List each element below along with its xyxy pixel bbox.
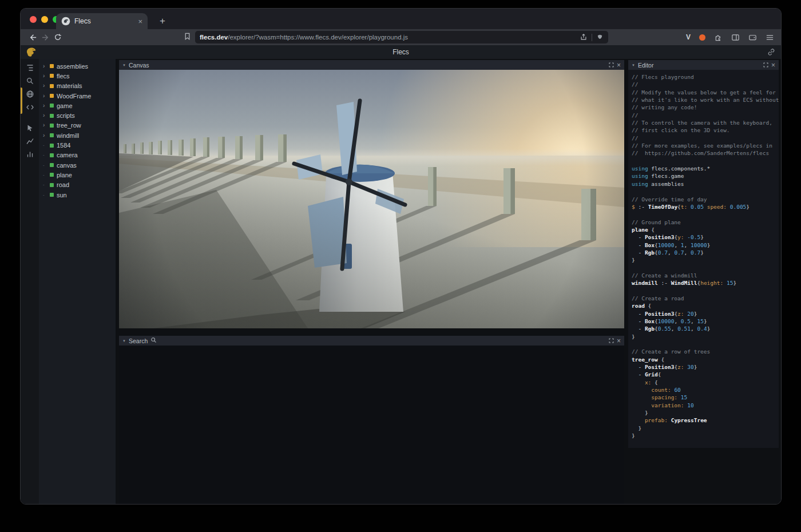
canvas-3d-view[interactable]: [119, 70, 624, 328]
browser-toolbar: flecs.dev/explorer/?wasm=https://www.fle…: [21, 29, 781, 45]
tree-item-label: tree_row: [57, 122, 81, 129]
permalink-icon[interactable]: [767, 48, 775, 56]
shield-icon[interactable]: [596, 34, 604, 41]
tree-item-label: road: [57, 181, 69, 188]
tab-close-icon[interactable]: ×: [138, 18, 142, 25]
expand-arrow-icon[interactable]: ›: [43, 133, 47, 138]
vpn-icon[interactable]: V: [686, 33, 691, 41]
tree-item-label: scripts: [57, 112, 75, 119]
expand-panel-icon[interactable]: [609, 62, 614, 69]
reload-button[interactable]: [51, 31, 64, 43]
editor-code[interactable]: // Flecs playground//// Modify the value…: [628, 70, 779, 446]
browser-window: Flecs × + flecs.dev/explorer/?wasm=https…: [20, 8, 782, 505]
leaf-dash-icon: -: [43, 143, 47, 148]
tree-item-game[interactable]: ›game: [39, 101, 116, 110]
tree-item-camera[interactable]: -camera: [39, 150, 116, 160]
tree-item-label: WoodFrame: [57, 93, 91, 100]
collapse-chevron-icon[interactable]: ▼: [122, 63, 126, 67]
extension-dot-icon[interactable]: [699, 34, 705, 41]
tree-item-flecs[interactable]: ›flecs: [39, 71, 116, 81]
forward-button[interactable]: [39, 31, 51, 43]
chart-icon[interactable]: [21, 134, 39, 148]
tree-item-assemblies[interactable]: ›assemblies: [39, 61, 116, 71]
tree-item-1584[interactable]: -1584: [39, 140, 116, 150]
expand-arrow-icon[interactable]: ›: [43, 83, 47, 89]
entity-kind-icon: [50, 104, 54, 108]
close-panel-icon[interactable]: ×: [617, 338, 621, 344]
close-panel-icon[interactable]: ×: [771, 62, 775, 69]
entity-kind-icon: [50, 84, 54, 88]
expand-panel-icon[interactable]: [609, 338, 614, 344]
tree-item-scripts[interactable]: ›scripts: [39, 110, 116, 120]
collapse-chevron-icon[interactable]: ▼: [122, 339, 126, 343]
tree-item-label: materials: [57, 82, 82, 89]
search-results-area[interactable]: [119, 346, 624, 504]
entity-kind-icon: [50, 133, 54, 137]
tree-item-tree_row[interactable]: ›tree_row: [39, 121, 116, 130]
extensions-puzzle-icon[interactable]: [714, 33, 723, 42]
leaf-dash-icon: -: [43, 163, 47, 168]
back-button[interactable]: [26, 31, 39, 43]
world-icon[interactable]: [21, 88, 39, 101]
expand-arrow-icon[interactable]: ›: [43, 122, 47, 128]
entity-kind-icon: [50, 183, 54, 187]
wallet-icon[interactable]: [748, 33, 757, 42]
share-icon[interactable]: [580, 33, 588, 41]
minimize-window-button[interactable]: [41, 16, 48, 23]
tree-item-label: 1584: [57, 142, 70, 149]
entity-kind-icon: [50, 74, 54, 78]
tab-title: Flecs: [74, 17, 134, 25]
new-tab-button[interactable]: +: [156, 14, 169, 28]
editor-panel: ▼ Editor × // Flecs playground//// Modif…: [628, 60, 779, 448]
search-panel-header: ▼ Search ×: [119, 336, 624, 346]
entity-tree-icon[interactable]: [21, 61, 39, 74]
bookmark-sidebar-icon[interactable]: [183, 32, 193, 42]
tree-item-materials[interactable]: ›materials: [39, 81, 116, 91]
3d-scene[interactable]: [119, 70, 624, 328]
tree-item-sun[interactable]: -sun: [39, 190, 116, 200]
entity-kind-icon: [50, 94, 54, 98]
tree-item-label: plane: [57, 172, 72, 178]
expand-arrow-icon[interactable]: ›: [43, 103, 47, 109]
url-domain: flecs.dev: [200, 34, 228, 41]
tree-item-label: canvas: [57, 162, 77, 169]
page-header: Flecs: [21, 45, 781, 59]
tree-item-canvas[interactable]: -canvas: [39, 160, 116, 170]
tree-item-plane[interactable]: -plane: [39, 170, 116, 180]
toolbar-extensions: V: [686, 29, 774, 45]
expand-arrow-icon[interactable]: ›: [43, 73, 47, 79]
expand-panel-icon[interactable]: [763, 62, 768, 69]
close-window-button[interactable]: [30, 16, 37, 23]
canvas-panel-title: Canvas: [129, 62, 149, 69]
page-title: Flecs: [21, 45, 781, 59]
expand-arrow-icon[interactable]: ›: [43, 93, 47, 99]
tree-item-WoodFrame[interactable]: ›WoodFrame: [39, 91, 116, 101]
expand-arrow-icon[interactable]: ›: [43, 63, 47, 69]
expand-arrow-icon[interactable]: ›: [43, 113, 47, 118]
divider: [592, 34, 592, 41]
browser-tab[interactable]: Flecs ×: [56, 13, 148, 29]
code-icon[interactable]: [21, 101, 39, 114]
flecs-logo-icon[interactable]: [25, 46, 37, 58]
stats-icon[interactable]: [21, 148, 39, 161]
menu-hamburger-icon[interactable]: [766, 33, 774, 42]
canvas-panel: ▼ Canvas ×: [119, 60, 624, 328]
active-view-indicator: [21, 88, 22, 114]
tree-item-road[interactable]: -road: [39, 180, 116, 190]
leaf-dash-icon: -: [43, 182, 47, 187]
entity-kind-icon: [50, 114, 54, 118]
canvas-panel-header: ▼ Canvas ×: [119, 60, 624, 70]
collapse-chevron-icon[interactable]: ▼: [632, 63, 635, 67]
tab-favicon-icon: [61, 17, 70, 26]
search-icon[interactable]: [21, 74, 39, 88]
inspect-icon[interactable]: [21, 121, 39, 134]
url-text[interactable]: flecs.dev/explorer/?wasm=https://www.fle…: [200, 34, 580, 41]
tree-item-windmill[interactable]: ›windmill: [39, 130, 116, 140]
entity-kind-icon: [50, 144, 54, 148]
url-bar[interactable]: flecs.dev/explorer/?wasm=https://www.fle…: [195, 31, 608, 43]
close-panel-icon[interactable]: ×: [617, 62, 621, 69]
leaf-dash-icon: -: [43, 153, 47, 157]
url-path: /explorer/?wasm=https://www.flecs.dev/ex…: [228, 34, 408, 41]
tab-bar: Flecs × +: [21, 9, 781, 29]
side-panel-icon[interactable]: [731, 33, 740, 42]
